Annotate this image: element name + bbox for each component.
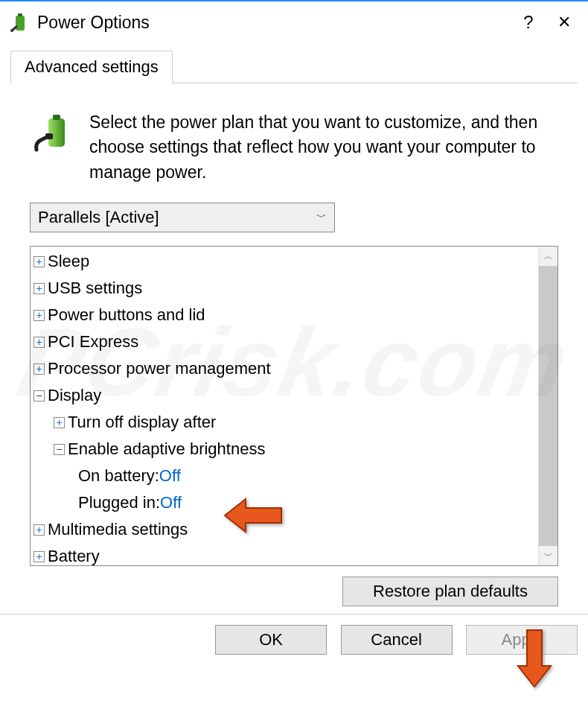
tree-battery[interactable]: Battery [31, 543, 538, 565]
instruction-text: Select the power plan that you want to c… [89, 110, 558, 185]
expand-icon[interactable] [33, 256, 45, 267]
svg-rect-0 [16, 16, 25, 31]
tree-usb-settings[interactable]: USB settings [31, 275, 538, 302]
scroll-up-icon[interactable]: ︿ [544, 247, 553, 266]
content-area: Select the power plan that you want to c… [10, 94, 578, 614]
apply-button[interactable]: Apply [466, 625, 578, 655]
expand-icon[interactable] [33, 337, 45, 348]
svg-rect-1 [18, 13, 22, 16]
tree-sleep[interactable]: Sleep [31, 248, 538, 275]
collapse-icon[interactable] [33, 390, 45, 401]
scroll-thumb[interactable] [539, 266, 557, 546]
tree-on-battery[interactable]: On battery: Off [31, 463, 538, 489]
tree-processor-power[interactable]: Processor power management [31, 355, 538, 382]
restore-defaults-button[interactable]: Restore plan defaults [342, 577, 558, 606]
tree-adaptive-brightness[interactable]: Enable adaptive brightness [31, 436, 538, 463]
dialog-footer: OK Cancel Apply [0, 614, 588, 665]
expand-icon[interactable] [33, 310, 45, 321]
on-battery-label: On battery: [78, 463, 159, 489]
svg-point-2 [10, 29, 13, 32]
plugged-in-label: Plugged in: [78, 489, 160, 516]
on-battery-value[interactable]: Off [159, 463, 181, 489]
expand-icon[interactable] [33, 551, 45, 562]
expand-icon[interactable] [33, 283, 45, 294]
tab-advanced-settings[interactable]: Advanced settings [10, 51, 173, 83]
tree-viewport: Sleep USB settings Power buttons and lid… [31, 247, 538, 565]
settings-tree: Sleep USB settings Power buttons and lid… [30, 246, 558, 566]
help-button[interactable]: ? [511, 12, 546, 33]
window-title: Power Options [37, 13, 511, 33]
tree-display[interactable]: Display [31, 382, 538, 409]
scroll-down-icon[interactable]: ﹀ [544, 546, 553, 565]
tree-turn-off-display[interactable]: Turn off display after [31, 409, 538, 436]
svg-rect-6 [45, 133, 53, 139]
svg-rect-4 [48, 118, 65, 147]
svg-rect-5 [53, 115, 60, 120]
chevron-down-icon: ﹀ [316, 211, 327, 224]
tree-power-buttons[interactable]: Power buttons and lid [31, 302, 538, 328]
tree-multimedia[interactable]: Multimedia settings [31, 516, 538, 543]
power-plan-dropdown[interactable]: Parallels [Active] ﹀ [30, 203, 335, 232]
titlebar: Power Options ? ✕ [0, 1, 588, 43]
tree-scrollbar[interactable]: ︿ ﹀ [538, 247, 557, 565]
battery-plug-icon [30, 110, 77, 158]
tree-plugged-in[interactable]: Plugged in: Off [31, 489, 538, 516]
battery-icon [6, 9, 33, 36]
power-plan-selected: Parallels [Active] [38, 208, 159, 227]
collapse-icon[interactable] [54, 444, 65, 455]
close-button[interactable]: ✕ [546, 13, 582, 32]
tree-pci-express[interactable]: PCI Express [31, 328, 538, 355]
expand-icon[interactable] [33, 524, 45, 536]
expand-icon[interactable] [54, 417, 65, 428]
tab-strip: Advanced settings [10, 51, 578, 83]
expand-icon[interactable] [33, 363, 45, 375]
restore-row: Restore plan defaults [24, 577, 558, 606]
ok-button[interactable]: OK [215, 625, 327, 655]
cancel-button[interactable]: Cancel [341, 625, 453, 655]
plugged-in-value[interactable]: Off [160, 489, 182, 516]
instruction-row: Select the power plan that you want to c… [24, 107, 564, 203]
power-options-window: Power Options ? ✕ Advanced settings Sele… [0, 0, 588, 724]
